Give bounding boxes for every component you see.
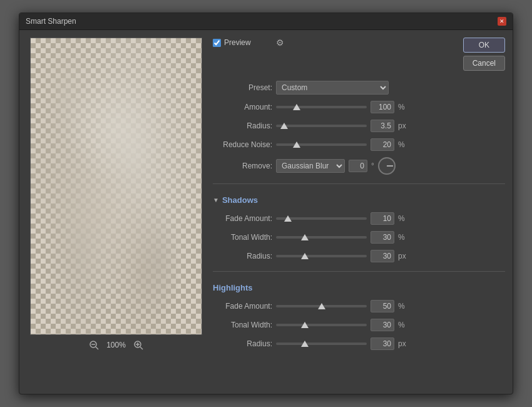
zoom-in-button[interactable] bbox=[132, 339, 145, 351]
remove-row: Remove: Gaussian Blur Lens Blur Motion B… bbox=[213, 157, 505, 175]
title-bar: Smart Sharpen ✕ bbox=[19, 13, 513, 30]
zoom-controls: 100% bbox=[88, 339, 145, 351]
angle-symbol: ° bbox=[371, 162, 374, 170]
dialog-body: 100% Preview bbox=[19, 30, 513, 394]
preview-check: Preview bbox=[213, 38, 251, 47]
shadows-tonal-unit: % bbox=[398, 233, 408, 242]
reduce-noise-slider[interactable] bbox=[276, 143, 367, 146]
shadows-radius-value[interactable] bbox=[371, 250, 394, 262]
amount-row: Amount: % bbox=[213, 101, 505, 113]
shadows-fade-row: Fade Amount: % bbox=[213, 212, 505, 225]
amount-slider-container bbox=[276, 106, 367, 108]
preview-label: Preview bbox=[224, 38, 251, 47]
highlights-radius-row: Radius: px bbox=[213, 337, 505, 350]
shadows-collapse-icon[interactable]: ▼ bbox=[213, 197, 219, 204]
shadows-tonal-value[interactable] bbox=[371, 231, 394, 244]
shadows-header: ▼ Shadows bbox=[213, 195, 505, 205]
amount-slider[interactable] bbox=[276, 106, 367, 108]
shadows-fade-label: Fade Amount: bbox=[213, 214, 272, 223]
shadows-radius-row: Radius: px bbox=[213, 250, 505, 262]
reduce-noise-value[interactable] bbox=[371, 138, 394, 151]
highlights-fade-slider-container bbox=[276, 305, 367, 307]
shadows-radius-unit: px bbox=[398, 252, 408, 260]
svg-line-1 bbox=[96, 347, 98, 349]
highlights-tonal-unit: % bbox=[398, 321, 408, 329]
highlights-fade-value[interactable] bbox=[371, 300, 394, 312]
cancel-button[interactable]: Cancel bbox=[463, 56, 505, 71]
preset-select[interactable]: Custom Default High Contrast Edges Unsha… bbox=[276, 81, 389, 95]
shadows-fade-unit: % bbox=[398, 214, 408, 223]
highlights-tonal-row: Tonal Width: % bbox=[213, 319, 505, 331]
highlights-fade-slider[interactable] bbox=[276, 305, 367, 307]
amount-label: Amount: bbox=[213, 103, 272, 111]
preview-panel: 100% bbox=[27, 38, 205, 386]
shadows-fade-slider[interactable] bbox=[276, 217, 367, 220]
amount-value[interactable] bbox=[371, 101, 394, 113]
divider-1 bbox=[213, 183, 505, 184]
shadows-tonal-slider[interactable] bbox=[276, 236, 367, 239]
highlights-tonal-slider-container bbox=[276, 324, 367, 326]
ok-button[interactable]: OK bbox=[463, 38, 505, 53]
amount-unit: % bbox=[398, 103, 408, 111]
dial-indicator bbox=[387, 165, 393, 167]
dialog-title: Smart Sharpen bbox=[26, 17, 76, 26]
preview-fur bbox=[31, 38, 202, 334]
shadows-tonal-row: Tonal Width: % bbox=[213, 231, 505, 244]
radius-row: Radius: px bbox=[213, 120, 505, 132]
highlights-tonal-slider[interactable] bbox=[276, 324, 367, 326]
reduce-noise-unit: % bbox=[398, 140, 408, 149]
action-buttons: OK Cancel bbox=[463, 38, 505, 71]
preview-checkbox[interactable] bbox=[213, 39, 221, 47]
shadows-fade-slider-container bbox=[276, 217, 367, 220]
highlights-tonal-label: Tonal Width: bbox=[213, 321, 272, 329]
controls-panel: Preview ⚙ OK Cancel Preset: Custom Defau… bbox=[213, 38, 505, 386]
radius-value[interactable] bbox=[371, 120, 394, 132]
shadows-tonal-label: Tonal Width: bbox=[213, 233, 272, 242]
highlights-tonal-value[interactable] bbox=[371, 319, 394, 331]
shadows-radius-label: Radius: bbox=[213, 252, 272, 260]
highlights-header: Highlights bbox=[213, 283, 505, 292]
highlights-radius-slider-container bbox=[276, 343, 367, 345]
shadows-fade-value[interactable] bbox=[371, 212, 394, 225]
close-button[interactable]: ✕ bbox=[498, 17, 506, 26]
reduce-noise-row: Reduce Noise: % bbox=[213, 138, 505, 151]
radius-label: Radius: bbox=[213, 121, 272, 130]
highlights-fade-label: Fade Amount: bbox=[213, 302, 272, 311]
radius-slider-container bbox=[276, 125, 367, 127]
zoom-out-button[interactable] bbox=[88, 339, 100, 351]
highlights-title: Highlights bbox=[213, 283, 253, 292]
highlights-radius-unit: px bbox=[398, 339, 408, 348]
divider-2 bbox=[213, 271, 505, 272]
radius-unit: px bbox=[398, 121, 408, 130]
highlights-radius-value[interactable] bbox=[371, 337, 394, 350]
top-row: Preview ⚙ OK Cancel bbox=[213, 38, 505, 71]
preview-image[interactable] bbox=[30, 38, 202, 335]
gear-button[interactable]: ⚙ bbox=[276, 38, 284, 48]
remove-select[interactable]: Gaussian Blur Lens Blur Motion Blur bbox=[276, 159, 345, 173]
radius-slider[interactable] bbox=[276, 125, 367, 127]
shadows-radius-slider-container bbox=[276, 255, 367, 257]
reduce-noise-label: Reduce Noise: bbox=[213, 140, 272, 149]
remove-label: Remove: bbox=[213, 162, 272, 170]
preset-row: Preset: Custom Default High Contrast Edg… bbox=[213, 81, 505, 95]
preset-label: Preset: bbox=[213, 83, 272, 92]
reduce-noise-slider-container bbox=[276, 143, 367, 146]
angle-dial[interactable] bbox=[378, 157, 396, 175]
smart-sharpen-dialog: Smart Sharpen ✕ 100% bbox=[19, 13, 513, 394]
angle-value[interactable] bbox=[349, 160, 367, 172]
highlights-fade-unit: % bbox=[398, 302, 408, 311]
highlights-radius-label: Radius: bbox=[213, 339, 272, 348]
zoom-level: 100% bbox=[106, 341, 126, 349]
shadows-tonal-slider-container bbox=[276, 236, 367, 239]
shadows-title: Shadows bbox=[222, 195, 258, 205]
highlights-radius-slider[interactable] bbox=[276, 343, 367, 345]
shadows-radius-slider[interactable] bbox=[276, 255, 367, 257]
svg-line-4 bbox=[140, 347, 143, 349]
highlights-fade-row: Fade Amount: % bbox=[213, 300, 505, 312]
